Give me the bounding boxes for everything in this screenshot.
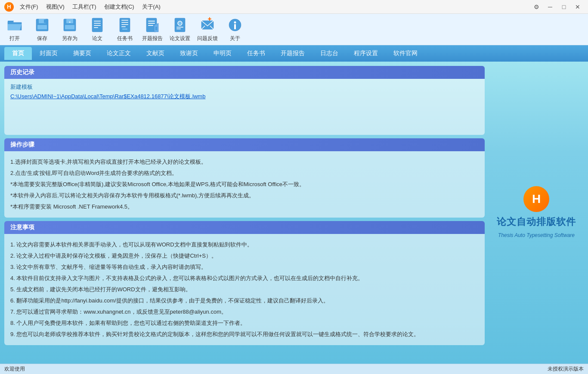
history-body: 新建模板 C:\Users\ADMINI~1\AppData\Local\Tem…: [4, 79, 485, 135]
step-3: *本地需要安装完整版Office(非精简版),建议安装Microsoft Off…: [10, 179, 479, 190]
settings-button[interactable]: ⚙: [530, 2, 542, 12]
nav-references[interactable]: 文献页: [139, 47, 172, 60]
menu-toolbar[interactable]: 工具栏(T): [69, 2, 100, 12]
logo-text-cn: 论文自动排版软件: [497, 215, 576, 228]
about-icon: [226, 16, 244, 34]
left-panel: 历史记录 新建模板 C:\Users\ADMINI~1\AppData\Loca…: [4, 66, 485, 359]
svg-rect-18: [121, 26, 126, 27]
nav-openreport[interactable]: 开题报告: [273, 47, 313, 60]
toolbar-thesis[interactable]: 论文: [87, 16, 108, 42]
note-8: 8. 个人用户可免费使用本软件，如果有帮助到您，您也可以通过右侧的赞助渠道支持一…: [10, 318, 479, 329]
logo-circle: H: [523, 186, 549, 212]
task-icon: [115, 16, 134, 34]
svg-text:+: +: [69, 20, 71, 24]
toolbar-report-label: 开题报告: [142, 35, 163, 42]
logo-area: H 论文自动排版软件 Thesis Auto Typesetting Softw…: [497, 186, 576, 239]
notes-body: 1. 论文内容需要从本软件相关界面手动录入，也可以从现有WORD文档中直接复制粘…: [4, 234, 485, 345]
open-icon: [5, 16, 24, 34]
nav-taskbook[interactable]: 任务书: [239, 47, 273, 60]
svg-rect-21: [148, 21, 155, 22]
step-2: 2.点击'生成'按钮,即可自动启动Word并生成符合要求的格式的文档。: [10, 168, 479, 179]
svg-rect-10: [94, 21, 101, 22]
nav-abstract[interactable]: 摘要页: [65, 47, 99, 60]
toolbar-settings[interactable]: 论文设置: [170, 16, 190, 42]
nav-bar: 首页 封面页 摘要页 论文正文 文献页 致谢页 申明页 任务书 开题报告 日志台…: [0, 45, 588, 62]
nav-acknowledgement[interactable]: 致谢页: [172, 47, 206, 60]
right-panel: H 论文自动排版软件 Thesis Auto Typesetting Softw…: [489, 66, 584, 359]
note-1: 1. 论文内容需要从本软件相关界面手动录入，也可以从现有WORD文档中直接复制粘…: [10, 239, 479, 250]
svg-rect-16: [121, 22, 128, 23]
menu-about[interactable]: 关于(A): [139, 2, 164, 12]
title-bar-menus: 文件(F) 视图(V) 工具栏(T) 创建文档(C) 关于(A): [16, 2, 164, 12]
saveas-icon: +: [60, 16, 79, 34]
toolbar-open-label: 打开: [9, 35, 20, 42]
svg-rect-22: [148, 23, 155, 24]
menu-create[interactable]: 创建文档(C): [101, 2, 138, 12]
step-5: *本程序需要安装 Microsoft .NET Framework4.5。: [10, 201, 479, 212]
note-3: 3. 论文中所有章节、文献序号、缩进量等等将自动生成，录入内容时请勿填写。: [10, 262, 479, 273]
notes-section: 注意事项 1. 论文内容需要从本软件相关界面手动录入，也可以从现有WORD文档中…: [4, 221, 485, 345]
nav-home[interactable]: 首页: [4, 47, 32, 60]
toolbar-settings-label: 论文设置: [170, 35, 190, 42]
nav-log[interactable]: 日志台: [313, 47, 346, 60]
menu-view[interactable]: 视图(V): [43, 2, 68, 12]
close-button[interactable]: ✕: [572, 2, 584, 12]
svg-rect-17: [121, 24, 128, 25]
toolbar: 打开 保存 + 另存为: [0, 14, 588, 45]
svg-rect-23: [148, 25, 153, 26]
note-5: 5. 生成文档前，建议先关闭本地已经打开的WORD文件，避免相互影响。: [10, 284, 479, 295]
history-new-label: 新建模板: [10, 83, 479, 91]
svg-rect-19: [122, 28, 127, 30]
toolbar-about-label: 关于: [230, 35, 240, 42]
toolbar-saveas-label: 另存为: [62, 35, 77, 42]
nav-cover[interactable]: 封面页: [32, 47, 65, 60]
notes-header: 注意事项: [4, 221, 485, 234]
minimize-button[interactable]: ─: [544, 2, 556, 12]
steps-body: 1.选择封面页等选项卡,并填写相关内容或直接打开本地已经录入好的论文模板。 2.…: [4, 151, 485, 218]
feedback-icon: [198, 16, 217, 34]
nav-body[interactable]: 论文正文: [99, 47, 139, 60]
settings-icon: [170, 16, 189, 34]
svg-point-27: [178, 21, 182, 25]
svg-rect-7: [65, 25, 74, 29]
title-bar: H 文件(F) 视图(V) 工具栏(T) 创建文档(C) 关于(A) ⚙ ─ □…: [0, 0, 588, 14]
save-icon: [33, 16, 52, 34]
step-1: 1.选择封面页等选项卡,并填写相关内容或直接打开本地已经录入好的论文模板。: [10, 156, 479, 168]
step-4: *本软件录入内容后,可以将论文相关内容保存为本软件专用模板格式(*.lwmb),…: [10, 190, 479, 201]
toolbar-save-label: 保存: [37, 35, 47, 42]
toolbar-thesis-label: 论文: [92, 35, 102, 42]
svg-rect-29: [176, 28, 181, 29]
menu-file[interactable]: 文件(F): [16, 2, 42, 12]
steps-section: 操作步骤 1.选择封面页等选项卡,并填写相关内容或直接打开本地已经录入好的论文模…: [4, 138, 485, 218]
toolbar-saveas[interactable]: + 另存为: [59, 16, 80, 42]
svg-point-36: [234, 22, 236, 24]
thesis-icon: [88, 16, 107, 34]
toolbar-feedback-label: 问题反馈: [197, 35, 218, 42]
svg-rect-0: [8, 21, 14, 22]
steps-header: 操作步骤: [4, 138, 485, 151]
status-left: 欢迎使用: [4, 365, 25, 373]
nav-declaration[interactable]: 申明页: [206, 47, 239, 60]
history-file-link[interactable]: C:\Users\ADMINI~1\AppData\Local\Temp\Rar…: [10, 93, 205, 100]
toolbar-report[interactable]: 开题报告: [142, 16, 163, 42]
status-bar: 欢迎使用 未授权演示版本: [0, 364, 588, 374]
svg-rect-25: [155, 27, 157, 30]
main-content: 历史记录 新建模板 C:\Users\ADMINI~1\AppData\Loca…: [0, 62, 588, 364]
toolbar-feedback[interactable]: 问题反馈: [197, 16, 218, 42]
toolbar-open[interactable]: 打开: [4, 16, 25, 42]
toolbar-task-label: 任务书: [117, 35, 133, 42]
svg-rect-12: [94, 25, 101, 26]
maximize-button[interactable]: □: [558, 2, 570, 12]
svg-rect-11: [94, 23, 101, 24]
toolbar-about[interactable]: 关于: [225, 16, 245, 42]
logo-text-en: Thesis Auto Typesetting Software: [498, 232, 575, 239]
nav-progsettings[interactable]: 程序设置: [346, 47, 386, 60]
app-logo: H: [4, 2, 14, 12]
svg-rect-3: [37, 25, 47, 29]
nav-official[interactable]: 软件官网: [386, 47, 425, 60]
title-bar-controls: ⚙ ─ □ ✕: [530, 2, 584, 12]
toolbar-task[interactable]: 任务书: [115, 16, 135, 42]
report-icon: [143, 16, 162, 34]
toolbar-save[interactable]: 保存: [32, 16, 53, 42]
title-bar-left: H 文件(F) 视图(V) 工具栏(T) 创建文档(C) 关于(A): [4, 2, 164, 12]
